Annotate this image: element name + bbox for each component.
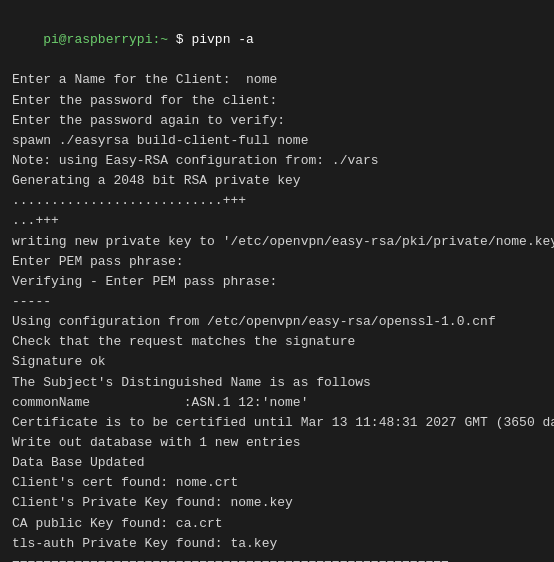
terminal-line: spawn ./easyrsa build-client-full nome [12,131,542,151]
terminal-line: Enter PEM pass phrase: [12,252,542,272]
terminal-line: Verifying - Enter PEM pass phrase: [12,272,542,292]
terminal-line: ----- [12,292,542,312]
terminal-line: ...+++ [12,211,542,231]
prompt-line: pi@raspberrypi:~ $ pivpn -a [12,10,542,70]
terminal-line: commonName :ASN.1 12:'nome' [12,393,542,413]
terminal-line: The Subject's Distinguished Name is as f… [12,373,542,393]
terminal-line: ========================================… [12,554,542,562]
terminal-line: Client's cert found: nome.crt [12,473,542,493]
terminal-line: ...........................+++ [12,191,542,211]
terminal-line: Write out database with 1 new entries [12,433,542,453]
terminal-line: tls-auth Private Key found: ta.key [12,534,542,554]
terminal-line: Generating a 2048 bit RSA private key [12,171,542,191]
prompt-text: pi@raspberrypi:~ [43,32,168,47]
command-text: $ pivpn -a [168,32,254,47]
terminal-window: pi@raspberrypi:~ $ pivpn -a Enter a Name… [0,0,554,562]
terminal-line: Data Base Updated [12,453,542,473]
terminal-line: writing new private key to '/etc/openvpn… [12,232,542,252]
terminal-line: Enter the password again to verify: [12,111,542,131]
terminal-line: Certificate is to be certified until Mar… [12,413,542,433]
terminal-line: Signature ok [12,352,542,372]
terminal-line: Using configuration from /etc/openvpn/ea… [12,312,542,332]
terminal-line: Note: using Easy-RSA configuration from:… [12,151,542,171]
terminal-line: Client's Private Key found: nome.key [12,493,542,513]
terminal-line: Check that the request matches the signa… [12,332,542,352]
terminal-line: CA public Key found: ca.crt [12,514,542,534]
terminal-line: Enter the password for the client: [12,91,542,111]
terminal-output: Enter a Name for the Client: nomeEnter t… [12,70,542,562]
terminal-line: Enter a Name for the Client: nome [12,70,542,90]
